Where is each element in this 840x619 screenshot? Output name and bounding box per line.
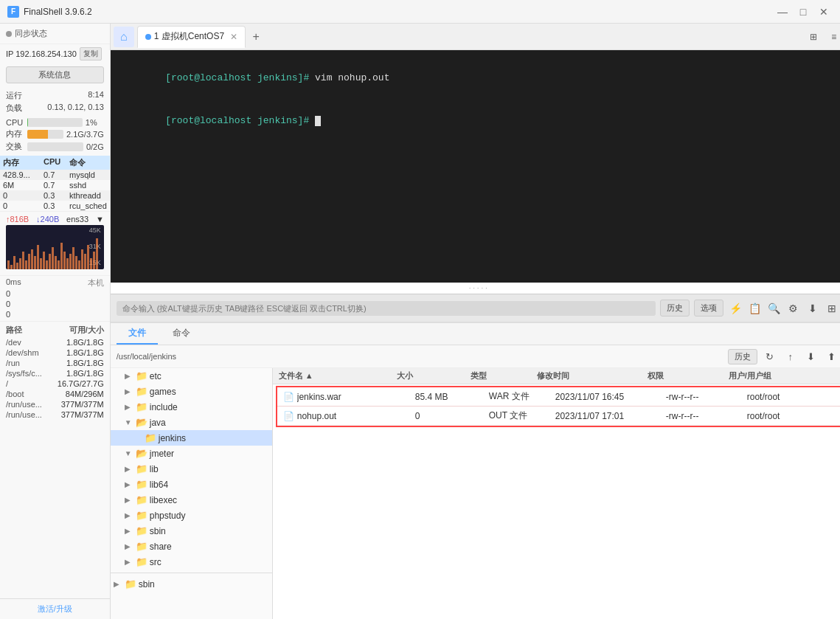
title-bar: F FinalShell 3.9.6.2 — □ ✕: [0, 0, 840, 24]
run-row: 运行 8:14: [6, 89, 104, 102]
swap-values: 0/2G: [86, 142, 104, 151]
maximize-button[interactable]: □: [794, 3, 812, 21]
file-list: 文件名 ▲ 大小 类型 修改时间 权限 用户/用户组 📄 jenkins.war: [273, 368, 840, 619]
tab-grid-button[interactable]: ⊞: [805, 28, 822, 46]
latency-header: 0ms 本机: [6, 277, 104, 288]
tree-item-libexec[interactable]: ▶ 📁 libexec: [111, 492, 272, 508]
net-expand[interactable]: ▼: [96, 215, 104, 224]
file-row-0[interactable]: 📄 jenkins.war 85.4 MB WAR 文件 2023/11/07 …: [277, 387, 840, 407]
tree-item-sbin[interactable]: ▶ 📁 sbin: [111, 523, 272, 539]
tree-item-phpstudy[interactable]: ▶ 📁 phpstudy: [111, 508, 272, 523]
terminal-line-0: [root@localhost jenkins]# [root@localhos…: [119, 56, 837, 100]
disk-size-3: 1.8G/1.8G: [66, 369, 104, 378]
options-button[interactable]: 选项: [694, 300, 723, 317]
download-icon[interactable]: ⬇: [805, 300, 821, 317]
tab-bar: ⌂ 1 虚拟机CentOS7 ✕ + ⊞ ≡: [111, 24, 840, 50]
cpu-percent: 1%: [86, 118, 104, 127]
disk-row-2: /run 1.8G/1.8G: [6, 358, 104, 368]
tab-files[interactable]: 文件: [117, 323, 158, 345]
file-date-0: 2023/11/07 16:45: [555, 392, 666, 402]
tree-item-sbin-root[interactable]: ▶ 📁 sbin: [111, 576, 272, 592]
tree-item-lib[interactable]: ▶ 📁 lib: [111, 461, 272, 477]
tree-item-include[interactable]: ▶ 📁 include: [111, 399, 272, 415]
disk-row-4: / 16.7G/27.7G: [6, 378, 104, 389]
ip-row: IP 192.168.254.130 复制: [0, 44, 110, 63]
command-input-bar: 历史 选项 ⚡ 📋 🔍 ⚙ ⬇ ⊞: [111, 294, 840, 322]
sys-info-button[interactable]: 系统信息: [6, 66, 104, 83]
file-manager-path: /usr/local/jenkins: [117, 352, 723, 361]
tab-commands[interactable]: 命令: [161, 323, 202, 345]
file-header-type: 类型: [471, 370, 537, 381]
file-header-name[interactable]: 文件名 ▲: [279, 370, 397, 381]
file-icon-1: 📄: [283, 411, 294, 421]
copy-ip-button[interactable]: 复制: [80, 47, 102, 60]
add-tab-button[interactable]: +: [247, 28, 265, 46]
selected-files-group: 📄 jenkins.war 85.4 MB WAR 文件 2023/11/07 …: [276, 386, 840, 427]
file-manager-body: ▶ 📁 etc ▶ 📁 games ▶: [111, 368, 840, 619]
tab-menu-button[interactable]: ≡: [825, 28, 840, 46]
terminal-line-1: [root@localhost jenkins]#: [119, 100, 837, 143]
proc-cpu-3: 0.3: [44, 201, 69, 210]
file-history-button[interactable]: 历史: [728, 349, 757, 364]
fm-download-icon[interactable]: ⬇: [803, 348, 819, 364]
file-perm-1: -rw-r--r--: [666, 411, 747, 421]
cpu-bar-fill: [27, 118, 28, 127]
tab-close-0[interactable]: ✕: [230, 32, 237, 42]
search-icon[interactable]: 🔍: [766, 300, 782, 317]
tree-item-java[interactable]: ▼ 📂 java: [111, 415, 272, 430]
proc-cpu-1: 0.7: [44, 181, 69, 190]
latency-ms: 0ms: [6, 277, 21, 288]
copy-icon[interactable]: 📋: [747, 300, 763, 317]
disk-size-1: 1.8G/1.8G: [66, 348, 104, 357]
proc-cmd-3: rcu_sched: [69, 201, 107, 210]
proc-row-0: 428.9... 0.7 mysqld: [0, 170, 110, 180]
disk-size-6: 377M/377M: [61, 400, 104, 409]
close-button[interactable]: ✕: [815, 3, 833, 21]
activate-button[interactable]: 激活/升级: [0, 598, 110, 619]
tab-right-controls: ⊞ ≡: [805, 28, 840, 46]
terminal[interactable]: [root@localhost jenkins]# [root@localhos…: [111, 50, 840, 283]
command-input[interactable]: [117, 301, 656, 316]
tree-item-share[interactable]: ▶ 📁 share: [111, 539, 272, 554]
tree-item-src[interactable]: ▶ 📁 src: [111, 554, 272, 570]
swap-row: 交换 0/2G: [0, 140, 110, 153]
tree-item-etc[interactable]: ▶ 📁 etc: [111, 368, 272, 384]
mem-bar-container: 内存 2.1G/3.7G: [0, 128, 110, 140]
window-controls: — □ ✕: [774, 3, 833, 21]
tree-item-games[interactable]: ▶ 📁 games: [111, 384, 272, 399]
proc-mem-2: 0: [3, 191, 44, 200]
lightning-icon[interactable]: ⚡: [728, 300, 744, 317]
disk-row-6: /run/use... 377M/377M: [6, 399, 104, 409]
proc-header-cmd: 命令: [69, 157, 107, 168]
tab-item-0[interactable]: 1 虚拟机CentOS7 ✕: [137, 26, 246, 48]
run-info: 运行 8:14 负载 0.13, 0.12, 0.13: [0, 86, 110, 117]
history-button[interactable]: 历史: [660, 300, 690, 317]
tree-item-jmeter[interactable]: ▼ 📂 jmeter: [111, 446, 272, 461]
net-interface: ens33: [66, 215, 88, 224]
fm-upload-icon[interactable]: ⬆: [824, 348, 840, 364]
latency-section: 0ms 本机 0 0 0: [0, 275, 110, 321]
settings-icon[interactable]: ⚙: [785, 300, 802, 317]
grid-icon[interactable]: ⊞: [824, 300, 840, 317]
process-table-header: 内存 CPU 命令: [0, 156, 110, 170]
file-row-1[interactable]: 📄 nohup.out 0 OUT 文件 2023/11/07 17:01 -r…: [277, 407, 840, 426]
disk-path-0: /dev: [6, 338, 21, 347]
disk-section: 路径 可用/大小 /dev 1.8G/1.8G /dev/shm 1.8G/1.…: [0, 321, 110, 598]
proc-row-2: 0 0.3 kthreadd: [0, 190, 110, 201]
file-name-1: nohup.out: [297, 411, 415, 421]
proc-cpu-2: 0.3: [44, 191, 69, 200]
proc-mem-1: 6M: [3, 181, 44, 190]
proc-cmd-1: sshd: [69, 181, 107, 190]
minimize-button[interactable]: —: [774, 3, 791, 21]
proc-mem-0: 428.9...: [3, 170, 44, 179]
fm-refresh-icon[interactable]: ↻: [762, 348, 778, 364]
fm-up-icon[interactable]: ↑: [782, 348, 799, 364]
file-header-perm: 权限: [648, 370, 729, 381]
swap-bar: [27, 142, 83, 151]
proc-cmd-2: kthreadd: [69, 191, 107, 200]
disk-row-3: /sys/fs/c... 1.8G/1.8G: [6, 368, 104, 378]
home-tab-button[interactable]: ⌂: [114, 27, 134, 47]
tree-item-lib64[interactable]: ▶ 📁 lib64: [111, 477, 272, 492]
network-graph: 45K 31K 15K: [6, 225, 104, 269]
tree-item-jenkins[interactable]: 📁 jenkins: [111, 430, 272, 446]
